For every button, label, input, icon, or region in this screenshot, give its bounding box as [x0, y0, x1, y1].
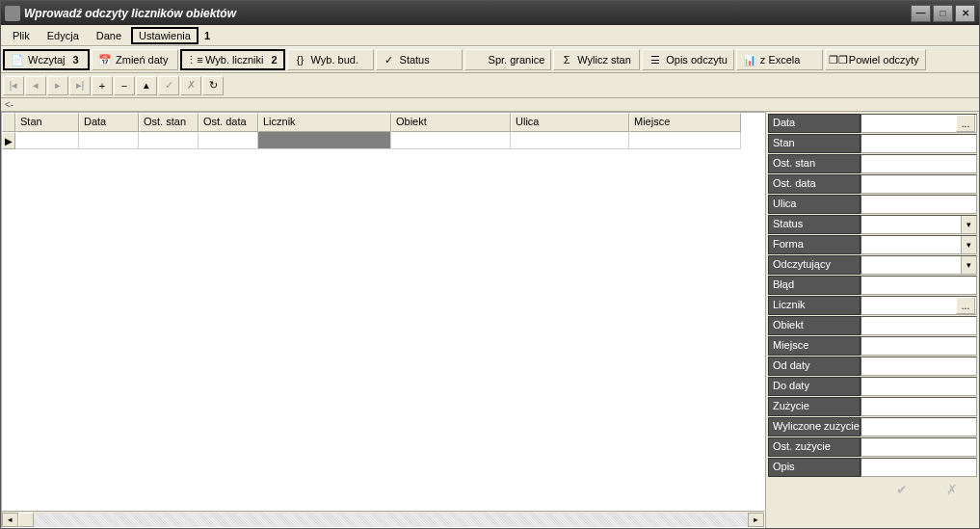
minimize-button[interactable]: — — [911, 5, 931, 22]
field-input[interactable] — [861, 458, 977, 477]
field-licznik: Licznik — [768, 296, 977, 315]
nav-btn-8[interactable]: ✗ — [180, 76, 201, 95]
toolbar-powiel-odczyty[interactable]: ❐❐Powiel odczyty — [825, 49, 926, 70]
nav-btn-0[interactable]: |◂ — [3, 76, 24, 95]
table-row[interactable]: ▶ — [2, 132, 764, 149]
scroll-thumb[interactable] — [18, 513, 34, 527]
menu-ustawienia[interactable]: Ustawienia — [131, 27, 199, 44]
field-ost-stan: Ost. stan — [768, 154, 977, 173]
grid-body[interactable]: ▶ — [2, 132, 764, 511]
field-zużycie: Zużycie — [768, 397, 977, 416]
field-input[interactable] — [861, 215, 977, 234]
field-input[interactable] — [861, 276, 977, 295]
menu-dane[interactable]: Dane — [89, 28, 129, 43]
field-obiekt: Obiekt — [768, 316, 977, 335]
nav-btn-2[interactable]: ▸ — [47, 76, 68, 95]
col-header-stan[interactable]: Stan — [15, 113, 79, 132]
scroll-left-button[interactable]: ◂ — [2, 513, 18, 527]
field-ost-data: Ost. data — [768, 174, 977, 194]
cell[interactable] — [391, 132, 511, 149]
field-input[interactable] — [861, 336, 977, 356]
nav-btn-5[interactable]: − — [114, 76, 135, 95]
cell[interactable] — [15, 132, 79, 149]
nav-btn-3[interactable]: ▸| — [69, 76, 91, 95]
field-input[interactable] — [861, 296, 977, 315]
zmień-daty-icon: 📅 — [98, 53, 112, 66]
col-header-ost-data[interactable]: Ost. data — [199, 113, 258, 132]
status-icon: ✓ — [383, 53, 396, 66]
nav-btn-9[interactable]: ↻ — [202, 76, 224, 95]
menu-edycja[interactable]: Edycja — [40, 28, 87, 43]
toolbar-wylicz-stan[interactable]: ΣWylicz stan — [553, 49, 640, 70]
cancel-button[interactable]: ✗ — [946, 482, 958, 501]
field-input[interactable] — [861, 316, 977, 335]
col-header-miejsce[interactable]: Miejsce — [629, 113, 741, 132]
ok-button[interactable]: ✔ — [896, 482, 908, 501]
field-forma: Forma — [768, 235, 977, 254]
toolbar-zmień-daty[interactable]: 📅Zmień daty — [92, 49, 178, 70]
toolbar-opis-odczytu[interactable]: ☰Opis odczytu — [642, 49, 734, 70]
toolbar-wyb-liczniki[interactable]: ⋮≡Wyb. liczniki2 — [180, 49, 285, 70]
col-header-obiekt[interactable]: Obiekt — [391, 113, 511, 132]
cell[interactable] — [79, 132, 139, 149]
system-buttons: — □ ✕ — [911, 5, 975, 22]
cell[interactable] — [199, 132, 258, 149]
field-wyliczone-zużycie: Wyliczone zużycie — [768, 417, 977, 436]
titlebar: Wprowadź odczyty liczników obiektów — □ … — [1, 1, 979, 25]
powiel-odczyty-icon: ❐❐ — [832, 53, 845, 66]
field-label: Licznik — [768, 296, 861, 315]
field-input[interactable] — [861, 255, 977, 275]
toolbar-label: z Excela — [760, 54, 801, 66]
app-window: Wprowadź odczyty liczników obiektów — □ … — [0, 0, 980, 529]
field-input[interactable] — [861, 397, 977, 416]
field-label: Miejsce — [768, 336, 861, 356]
nav-btn-6[interactable]: ▴ — [136, 76, 157, 95]
cell[interactable] — [629, 132, 741, 149]
cell[interactable] — [258, 132, 391, 149]
nav-btn-1[interactable]: ◂ — [25, 76, 46, 95]
toolbar-label: Spr. granice — [489, 54, 545, 66]
toolbar-status[interactable]: ✓Status — [376, 49, 463, 70]
field-od-daty: Od daty — [768, 357, 977, 376]
field-input[interactable] — [861, 437, 977, 457]
col-header-ost-stan[interactable]: Ost. stan — [139, 113, 199, 132]
field-label: Zużycie — [768, 397, 861, 416]
toolbar-spr-granice[interactable]: Spr. granice — [464, 49, 552, 70]
cell[interactable] — [139, 132, 199, 149]
main-toolbar: 📄Wczytaj3📅Zmień daty⋮≡Wyb. liczniki2{}Wy… — [1, 46, 979, 73]
field-label: Odczytujący — [768, 255, 861, 275]
scroll-track[interactable] — [34, 513, 748, 527]
field-input[interactable] — [861, 174, 977, 194]
field-label: Opis — [768, 458, 861, 477]
horizontal-scrollbar[interactable]: ◂ ▸ — [2, 511, 764, 527]
toolbar-wyb-bud-[interactable]: {}Wyb. bud. — [287, 49, 374, 70]
field-input[interactable] — [861, 114, 977, 133]
close-button[interactable]: ✕ — [955, 5, 975, 22]
field-input[interactable] — [861, 195, 977, 214]
col-header-data[interactable]: Data — [79, 113, 139, 132]
field-input[interactable] — [861, 134, 977, 153]
annotation-1: 1 — [204, 30, 210, 41]
field-input[interactable] — [861, 154, 977, 173]
col-header-licznik[interactable]: Licznik — [258, 113, 391, 132]
window-title: Wprowadź odczyty liczników obiektów — [24, 7, 911, 20]
field-input[interactable] — [861, 357, 977, 376]
field-label: Ulica — [768, 195, 861, 214]
toolbar-z-excela[interactable]: 📊z Excela — [736, 49, 823, 70]
grid-header: StanDataOst. stanOst. dataLicznikObiektU… — [2, 113, 764, 132]
toolbar-label: Wyb. bud. — [311, 54, 358, 66]
cell[interactable] — [511, 132, 629, 149]
field-input[interactable] — [861, 377, 977, 396]
toolbar-label: Wczytaj — [28, 54, 66, 66]
field-input[interactable] — [861, 417, 977, 436]
field-input[interactable] — [861, 235, 977, 254]
scroll-right-button[interactable]: ▸ — [748, 513, 764, 527]
nav-btn-4[interactable]: + — [92, 76, 113, 95]
content-area: StanDataOst. stanOst. dataLicznikObiektU… — [1, 112, 979, 528]
toolbar-wczytaj[interactable]: 📄Wczytaj3 — [3, 49, 90, 70]
nav-btn-7[interactable]: ✓ — [158, 76, 179, 95]
menu-plik[interactable]: Plik — [5, 28, 38, 43]
col-header-ulica[interactable]: Ulica — [511, 113, 629, 132]
separator — [1, 98, 979, 112]
maximize-button[interactable]: □ — [933, 5, 953, 22]
